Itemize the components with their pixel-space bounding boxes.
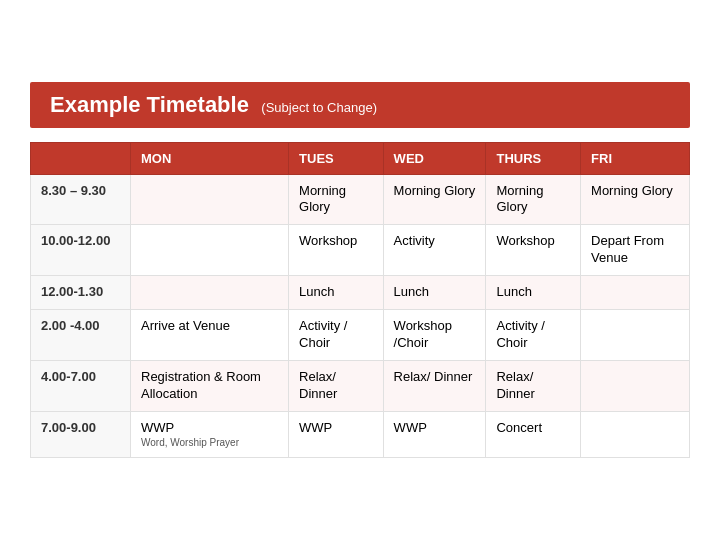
- schedule-cell: Lunch: [289, 276, 384, 310]
- title-bar: Example Timetable (Subject to Change): [30, 82, 690, 128]
- schedule-cell: [581, 360, 690, 411]
- header-fri: FRI: [581, 142, 690, 174]
- table-row: 2.00 -4.00Arrive at VenueActivity / Choi…: [31, 310, 690, 361]
- timetable: MON TUES WED THURS FRI 8.30 – 9.30Mornin…: [30, 142, 690, 459]
- schedule-cell: Activity / Choir: [486, 310, 581, 361]
- schedule-cell: [131, 225, 289, 276]
- schedule-cell: WWP: [289, 411, 384, 458]
- schedule-cell: Lunch: [383, 276, 486, 310]
- table-row: 10.00-12.00WorkshopActivityWorkshopDepar…: [31, 225, 690, 276]
- schedule-cell: Relax/ Dinner: [383, 360, 486, 411]
- table-row: 12.00-1.30LunchLunchLunch: [31, 276, 690, 310]
- time-cell: 10.00-12.00: [31, 225, 131, 276]
- schedule-cell: Morning Glory: [289, 174, 384, 225]
- schedule-cell: [581, 310, 690, 361]
- schedule-cell: Morning Glory: [581, 174, 690, 225]
- schedule-cell: [131, 276, 289, 310]
- title-main: Example Timetable: [50, 92, 249, 117]
- header-time: [31, 142, 131, 174]
- time-cell: 8.30 – 9.30: [31, 174, 131, 225]
- schedule-cell: Lunch: [486, 276, 581, 310]
- time-cell: 4.00-7.00: [31, 360, 131, 411]
- schedule-cell: [581, 411, 690, 458]
- schedule-cell: Registration & Room Allocation: [131, 360, 289, 411]
- schedule-cell: Relax/ Dinner: [486, 360, 581, 411]
- schedule-cell: Relax/ Dinner: [289, 360, 384, 411]
- schedule-cell: WWPWord, Worship Prayer: [131, 411, 289, 458]
- schedule-cell: Morning Glory: [383, 174, 486, 225]
- schedule-cell: Morning Glory: [486, 174, 581, 225]
- schedule-cell: Activity: [383, 225, 486, 276]
- schedule-cell: Workshop /Choir: [383, 310, 486, 361]
- header-wed: WED: [383, 142, 486, 174]
- header-mon: MON: [131, 142, 289, 174]
- schedule-cell: Workshop: [486, 225, 581, 276]
- schedule-cell: Arrive at Venue: [131, 310, 289, 361]
- cell-sublabel: Word, Worship Prayer: [141, 436, 278, 449]
- header-thurs: THURS: [486, 142, 581, 174]
- schedule-cell: Concert: [486, 411, 581, 458]
- table-row: 8.30 – 9.30Morning GloryMorning GloryMor…: [31, 174, 690, 225]
- time-cell: 7.00-9.00: [31, 411, 131, 458]
- header-row: MON TUES WED THURS FRI: [31, 142, 690, 174]
- schedule-cell: Workshop: [289, 225, 384, 276]
- schedule-cell: [581, 276, 690, 310]
- schedule-cell: Depart From Venue: [581, 225, 690, 276]
- table-row: 7.00-9.00WWPWord, Worship PrayerWWPWWPCo…: [31, 411, 690, 458]
- header-tues: TUES: [289, 142, 384, 174]
- schedule-cell: [131, 174, 289, 225]
- time-cell: 2.00 -4.00: [31, 310, 131, 361]
- schedule-cell: WWP: [383, 411, 486, 458]
- schedule-cell: Activity / Choir: [289, 310, 384, 361]
- title-sub: (Subject to Change): [261, 100, 377, 115]
- table-row: 4.00-7.00Registration & Room AllocationR…: [31, 360, 690, 411]
- time-cell: 12.00-1.30: [31, 276, 131, 310]
- timetable-container: Example Timetable (Subject to Change) MO…: [30, 82, 690, 459]
